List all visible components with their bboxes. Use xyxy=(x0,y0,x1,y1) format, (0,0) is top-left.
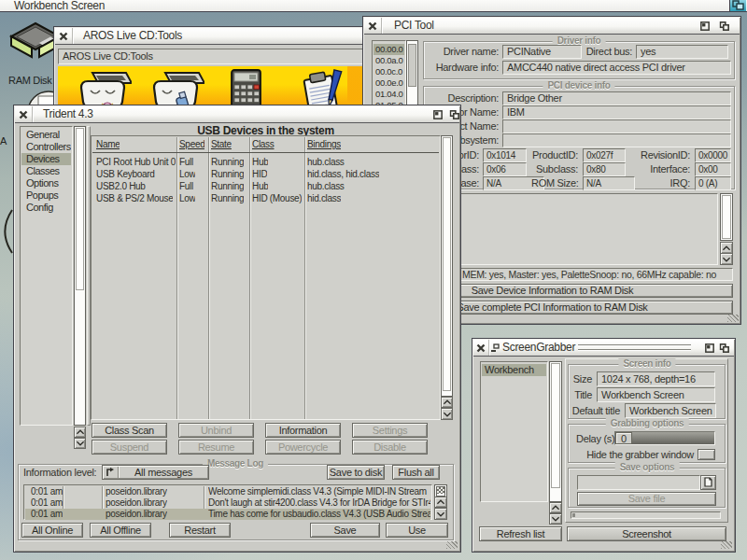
trident-log-scrollbar-knob[interactable] xyxy=(436,486,445,497)
trident-log-row-highlighted[interactable]: 0:01 am poseidon.library Time has come f… xyxy=(25,509,430,520)
grabber-close-button[interactable] xyxy=(473,340,489,356)
trident-log-row[interactable]: 0:01 am poseidon.library Welcome simplem… xyxy=(25,486,430,497)
pci-titlebar[interactable]: PCI Tool xyxy=(364,18,740,35)
trident-sidebar-item-devices[interactable]: Devices xyxy=(21,153,71,165)
grabber-save-file-button[interactable]: Save file xyxy=(577,492,716,506)
trident-sidebar-scrollbar-knob[interactable] xyxy=(76,128,84,290)
trident-sidebar-scroll-up[interactable] xyxy=(74,427,86,438)
pci-vendor-id-field[interactable]: 0x1014 xyxy=(483,148,527,162)
trident-depth-button[interactable] xyxy=(447,106,462,122)
trident-sidebar-item-config[interactable]: Config xyxy=(21,202,71,214)
trident-log-scroll-down[interactable] xyxy=(434,508,447,520)
grabber-title-field[interactable]: Workbench Screen xyxy=(597,387,715,402)
trident-table-scroll-up[interactable] xyxy=(441,397,453,408)
trident-class-scan-button[interactable]: Class Scan xyxy=(92,423,167,438)
ram-disk-label[interactable]: RAM Disk xyxy=(8,75,52,86)
pci-range-scrollbar-knob[interactable] xyxy=(722,195,731,239)
pci-hardware-info-field[interactable]: AMCC440 native direct access PCI driver xyxy=(502,61,731,75)
trident-resume-button[interactable]: Resume xyxy=(178,440,254,455)
trident-usb-row[interactable]: USB2.0 Hub Full Running Hub hub.class xyxy=(92,181,439,193)
pci-vendor-name-field[interactable]: IBM xyxy=(502,105,731,119)
partial-icon-label[interactable]: A xyxy=(0,135,7,147)
pci-revision-id-field[interactable]: 0x0000 xyxy=(695,148,731,162)
grabber-screen-scrollbar-knob[interactable] xyxy=(551,363,560,488)
trident-unbind-button[interactable]: Unbind xyxy=(178,423,254,438)
trident-zoom-button[interactable] xyxy=(430,106,445,122)
pci-direct-bus-field[interactable]: yes xyxy=(636,45,728,59)
trident-sidebar-item-controllers[interactable]: Controllers xyxy=(21,141,71,153)
trident-sidebar-item-popups[interactable]: Popups xyxy=(21,189,71,202)
grabber-size-field[interactable]: 1024 x 768, depth=16 xyxy=(597,371,715,386)
grabber-depth-button[interactable] xyxy=(718,340,731,356)
pci-device-item[interactable]: 00.0e.0 xyxy=(374,77,404,89)
trident-usb-row[interactable]: PCI Root Hub Unit 0 Full Running Hub hub… xyxy=(92,157,439,169)
trident-usb-row[interactable]: USB Keyboard Low Running HID hid.class, … xyxy=(92,169,439,181)
trident-usb-table[interactable]: Name Speed State Class Bindings PCI Root… xyxy=(91,135,441,420)
grabber-file-picker-button[interactable] xyxy=(700,475,716,490)
grabber-screen-scroll-up[interactable] xyxy=(549,502,562,513)
trident-restart-button[interactable]: Restart xyxy=(169,523,231,538)
grabber-delay-knob[interactable]: 0 xyxy=(615,432,632,444)
grabber-screen-item[interactable]: Workbench xyxy=(482,364,546,376)
trident-disable-button[interactable]: Disable xyxy=(352,440,428,455)
grabber-delay-slider[interactable]: 0 xyxy=(614,431,715,445)
trident-titlebar[interactable]: Trident 4.3 xyxy=(15,106,459,123)
grabber-default-title-field[interactable]: Workbench Screen xyxy=(625,403,716,418)
trident-powercycle-button[interactable]: Powercycle xyxy=(265,440,341,455)
trident-sidebar-scrollbar[interactable] xyxy=(74,126,86,426)
trident-sidebar[interactable]: General Controllers Devices Classes Opti… xyxy=(20,126,73,426)
grabber-screen-scrollbar[interactable] xyxy=(549,361,562,502)
trident-save-to-disk-button[interactable]: Save to disk xyxy=(327,465,385,480)
tools-titlebar[interactable]: AROS Live CD:Tools xyxy=(55,28,364,45)
tools-close-button[interactable] xyxy=(55,28,73,44)
trident-sidebar-item-general[interactable]: General xyxy=(21,129,71,141)
trident-use-button[interactable]: Use xyxy=(386,523,448,538)
pci-range-scroll-down[interactable] xyxy=(720,253,733,265)
grabber-refresh-button[interactable]: Refresh list xyxy=(479,526,562,541)
pci-zoom-button[interactable] xyxy=(696,18,713,34)
trident-log-list[interactable]: 0:01 am poseidon.library Welcome simplem… xyxy=(23,484,432,520)
trident-all-offline-button[interactable]: All Offline xyxy=(90,523,151,538)
trident-close-button[interactable] xyxy=(15,106,33,122)
trident-settings-button[interactable]: Settings xyxy=(352,423,428,438)
grabber-screenshot-button[interactable]: Screenshot xyxy=(567,526,726,541)
trident-table-scrollbar-knob[interactable] xyxy=(443,137,451,391)
trident-sidebar-item-options[interactable]: Options xyxy=(21,177,71,189)
pci-depth-button[interactable] xyxy=(715,18,733,34)
screen-depth-gadget[interactable] xyxy=(729,0,746,11)
pci-product-id-field[interactable]: 0x027f xyxy=(583,148,626,162)
trident-flush-all-button[interactable]: Flush all xyxy=(392,465,440,480)
grabber-hide-checkbox[interactable] xyxy=(698,449,715,460)
trident-all-online-button[interactable]: All Online xyxy=(21,523,83,538)
grabber-screen-list[interactable]: Workbench xyxy=(480,361,548,502)
grabber-iconify-button[interactable] xyxy=(489,340,500,356)
trident-sidebar-item-classes[interactable]: Classes xyxy=(21,165,71,177)
pci-interface-field[interactable]: 0x00 xyxy=(695,162,731,176)
trident-suspend-button[interactable]: Suspend xyxy=(92,440,167,455)
pci-subsystem-field[interactable] xyxy=(502,133,731,147)
pci-subclass-field[interactable]: 0x80 xyxy=(583,162,626,176)
tools-location-field[interactable]: AROS Live CD:Tools xyxy=(58,49,363,64)
pci-product-name-field[interactable] xyxy=(502,119,731,133)
trident-info-level-cycle[interactable]: All messages xyxy=(102,465,209,480)
trident-log-scroll-up[interactable] xyxy=(434,497,447,508)
trident-usb-row[interactable]: USB & PS/2 Mouse Low Running HID (Mouse)… xyxy=(92,193,439,205)
grabber-titlebar[interactable]: ScreenGrabber xyxy=(473,340,734,357)
trident-save-button[interactable]: Save xyxy=(310,523,380,538)
trident-log-row[interactable]: 0:01 am poseidon.library Don't laugh at … xyxy=(25,497,430,509)
grabber-zoom-button[interactable] xyxy=(703,340,716,356)
pci-description-field[interactable]: Bridge Other xyxy=(502,91,731,105)
pci-rom-size-field[interactable]: N/A xyxy=(583,176,635,190)
trident-table-scrollbar[interactable] xyxy=(441,135,453,397)
pci-resize-grip[interactable] xyxy=(727,315,739,322)
pci-class-field[interactable]: 0x06 xyxy=(483,162,527,176)
trident-information-button[interactable]: Information xyxy=(265,423,341,438)
trident-table-header-row[interactable]: Name Speed State Class Bindings xyxy=(92,139,439,151)
trident-table-scroll-down[interactable] xyxy=(441,408,453,420)
pci-close-button[interactable] xyxy=(364,18,382,34)
grabber-resize-grip[interactable] xyxy=(721,541,732,549)
grabber-filename-field[interactable] xyxy=(577,475,700,490)
pci-irq-field[interactable]: 0 (A) xyxy=(695,176,731,190)
trident-resize-grip[interactable] xyxy=(446,541,458,549)
grabber-screen-scroll-down[interactable] xyxy=(549,513,562,525)
